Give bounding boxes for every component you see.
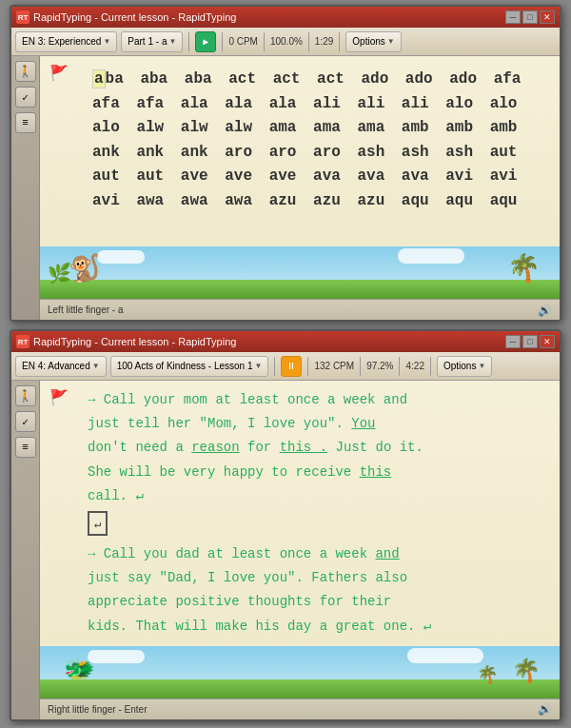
app-icon-1: RT	[16, 10, 30, 24]
content-1: 🚩 aba aba aba act act act ado ado ado af…	[40, 56, 560, 320]
window-1: RT RapidTyping - Current lesson - RapidT…	[10, 5, 561, 322]
part-label-1: Part 1 - a	[128, 36, 167, 47]
window-body-2: 🚶 ✓ ≡ 🚩 → Call your mom at least once a …	[11, 381, 560, 719]
cursor-enter-box: ↵	[88, 511, 108, 536]
ground-1	[40, 280, 560, 299]
sidebar-icon-list-1[interactable]: ≡	[15, 112, 36, 133]
part-arrow-2: ▼	[255, 362, 263, 370]
arrow-icon-2: →	[88, 546, 95, 561]
options-arrow-1: ▼	[387, 37, 395, 46]
cpm-label-1: 0 CPM	[228, 36, 258, 47]
sidebar-2: 🚶 ✓ ≡	[11, 381, 40, 719]
lesson-arrow-1: ▼	[103, 37, 110, 46]
part-selector-1[interactable]: Part 1 - a ▼	[121, 31, 183, 52]
titlebar-1: RT RapidTyping - Current lesson - RapidT…	[11, 7, 560, 28]
typing-area-2[interactable]: → Call your mom at least once a week and…	[40, 381, 560, 646]
sep-2e	[430, 357, 431, 376]
close-btn-1[interactable]: ✕	[540, 10, 555, 24]
sep-2b	[307, 357, 308, 376]
deco-area-2: 🐲 🌴 🌴	[40, 646, 560, 698]
titlebar-controls-2: ─ □ ✕	[505, 335, 555, 348]
zoom-label-1: 100.0%	[270, 36, 303, 47]
part-selector-2[interactable]: 100 Acts of Kindness - Lesson 1 ▼	[110, 356, 269, 377]
sep-2d	[399, 357, 400, 376]
maximize-btn-1[interactable]: □	[522, 10, 538, 24]
titlebar-2: RT RapidTyping - Current lesson - RapidT…	[11, 331, 560, 352]
status-text-1: Left little finger - a	[48, 305, 123, 315]
sep-2c	[360, 357, 361, 376]
titlebar-left-1: RT RapidTyping - Current lesson - RapidT…	[16, 10, 236, 24]
typing-text-green-2: → Call you dad at least once a week and …	[88, 542, 545, 639]
sep-1a	[188, 32, 189, 51]
zoom-label-2: 97.2%	[366, 361, 393, 371]
titlebar-left-2: RT RapidTyping - Current lesson - RapidT…	[16, 335, 236, 348]
sep-1b	[222, 32, 223, 51]
arrow-icon-1: →	[88, 392, 95, 407]
time-label-2: 4:22	[405, 361, 423, 371]
status-bar-2: Right little finger - Enter 🔊	[40, 698, 560, 719]
part-arrow-1: ▼	[168, 37, 176, 46]
sound-icon-1[interactable]: 🔊	[538, 304, 552, 317]
palm-right-2: 🌴	[512, 658, 541, 685]
palm-mid-2: 🌴	[477, 664, 498, 685]
app-icon-2: RT	[16, 335, 30, 348]
sidebar-icon-person-1[interactable]: 🚶	[15, 61, 36, 82]
window-2: RT RapidTyping - Current lesson - RapidT…	[10, 329, 561, 721]
pause-icon-2: ⏸	[286, 361, 296, 372]
grass-left-1: 🌿	[48, 262, 71, 285]
time-label-1: 1:29	[315, 36, 333, 47]
red-flag-2: 🚩	[49, 388, 69, 407]
play-button-1[interactable]: ▶	[195, 31, 216, 52]
sidebar-1: 🚶 ✓ ≡	[11, 56, 40, 320]
cloud-2	[398, 248, 464, 264]
sidebar-icon-check-2[interactable]: ✓	[15, 411, 36, 432]
play-icon-1: ▶	[203, 36, 208, 48]
lesson-selector-2[interactable]: EN 4: Advanced ▼	[15, 356, 107, 377]
toolbar-1: EN 3: Experienced ▼ Part 1 - a ▼ ▶ 0 CPM…	[11, 28, 560, 56]
cloud-3	[88, 650, 145, 663]
sep-1c	[264, 32, 265, 51]
current-char: a	[92, 69, 106, 89]
palm-right-1: 🌴	[507, 252, 541, 285]
typing-text-1: aba aba aba act act act ado ado ado afa …	[92, 68, 545, 214]
typing-area-1[interactable]: aba aba aba act act act ado ado ado afa …	[40, 56, 560, 246]
minimize-btn-1[interactable]: ─	[505, 10, 521, 24]
sidebar-icon-person-2[interactable]: 🚶	[15, 385, 36, 406]
typing-text-green-1: → Call your mom at least once a week and…	[88, 388, 545, 508]
part-label-2: 100 Acts of Kindness - Lesson 1	[117, 361, 253, 371]
window-title-2: RapidTyping - Current lesson - RapidTypi…	[33, 336, 236, 347]
sep-1e	[339, 32, 340, 51]
status-text-2: Right little finger - Enter	[48, 704, 148, 715]
cloud-4	[407, 648, 483, 663]
window-title-1: RapidTyping - Current lesson - RapidTypi…	[33, 11, 236, 23]
content-2: 🚩 → Call your mom at least once a week a…	[40, 381, 560, 719]
toolbar-2: EN 4: Advanced ▼ 100 Acts of Kindness - …	[11, 352, 560, 381]
sidebar-icon-list-2[interactable]: ≡	[15, 437, 36, 458]
lesson-selector-1[interactable]: EN 3: Experienced ▼	[15, 31, 117, 52]
sidebar-icon-check-1[interactable]: ✓	[15, 87, 36, 108]
status-bar-1: Left little finger - a 🔊	[40, 299, 560, 320]
cpm-label-2: 132 CPM	[314, 361, 354, 371]
lesson-arrow-2: ▼	[92, 362, 100, 370]
sound-icon-2[interactable]: 🔊	[538, 702, 552, 716]
options-btn-2[interactable]: Options ▼	[437, 356, 492, 377]
titlebar-controls-1: ─ □ ✕	[505, 10, 555, 24]
lesson-label-2: EN 4: Advanced	[22, 361, 90, 371]
options-label-2: Options	[443, 361, 476, 371]
sep-2a	[274, 357, 275, 376]
options-arrow-2: ▼	[478, 362, 485, 370]
options-label-1: Options	[352, 36, 384, 47]
minimize-btn-2[interactable]: ─	[505, 335, 521, 348]
lesson-label-1: EN 3: Experienced	[22, 36, 101, 47]
window-body-1: 🚶 ✓ ≡ 🚩 aba aba aba act act act ado ado …	[11, 56, 560, 320]
sep-1d	[308, 32, 309, 51]
cloud-1	[97, 250, 145, 264]
enter-arrow: ↵	[94, 518, 101, 531]
options-btn-1[interactable]: Options ▼	[345, 31, 401, 52]
maximize-btn-2[interactable]: □	[522, 335, 538, 348]
pause-button-2[interactable]: ⏸	[281, 356, 302, 377]
red-flag-1: 🚩	[49, 64, 69, 83]
deco-area-1: 🐒 🌴 🌿	[40, 246, 560, 299]
close-btn-2[interactable]: ✕	[540, 335, 555, 348]
